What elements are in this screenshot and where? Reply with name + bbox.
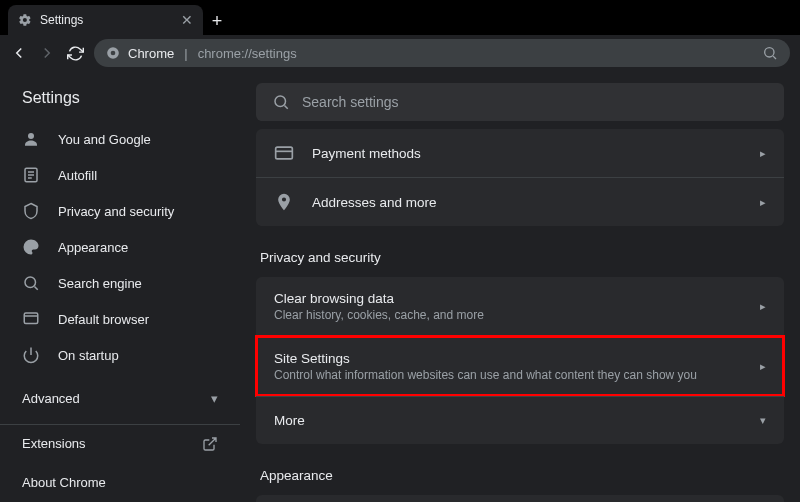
sidebar-about[interactable]: About Chrome xyxy=(0,463,240,502)
search-icon xyxy=(272,93,290,111)
chevron-right-icon: ▸ xyxy=(760,300,766,313)
chevron-right-icon: ▸ xyxy=(760,196,766,209)
row-themes[interactable]: Themes Just Black Reset to default xyxy=(256,495,784,502)
chevron-down-icon: ▾ xyxy=(211,391,218,406)
privacy-card: Clear browsing data Clear history, cooki… xyxy=(256,277,784,444)
chevron-right-icon: ▸ xyxy=(760,147,766,160)
sidebar-item-default-browser[interactable]: Default browser xyxy=(0,301,240,337)
shield-icon xyxy=(22,202,40,220)
new-tab-button[interactable]: + xyxy=(203,7,231,35)
palette-icon xyxy=(22,238,40,256)
chrome-icon xyxy=(106,46,120,60)
search-input[interactable] xyxy=(302,94,768,110)
forward-icon[interactable] xyxy=(38,44,56,62)
browser-icon xyxy=(22,310,40,328)
row-site-settings[interactable]: Site Settings Control what information w… xyxy=(256,336,784,396)
sidebar-item-privacy[interactable]: Privacy and security xyxy=(0,193,240,229)
svg-point-5 xyxy=(25,277,36,288)
autofill-card: Payment methods ▸ Addresses and more ▸ xyxy=(256,129,784,226)
row-payment-methods[interactable]: Payment methods ▸ xyxy=(256,129,784,177)
appearance-card: Themes Just Black Reset to default Show … xyxy=(256,495,784,502)
sidebar-item-on-startup[interactable]: On startup xyxy=(0,337,240,373)
power-icon xyxy=(22,346,40,364)
toolbar: Chrome | chrome://settings xyxy=(0,35,800,71)
chevron-down-icon: ▾ xyxy=(760,414,766,427)
chevron-right-icon: ▸ xyxy=(760,360,766,373)
back-icon[interactable] xyxy=(10,44,28,62)
svg-point-3 xyxy=(28,133,34,139)
omnibox-scheme: Chrome xyxy=(128,46,174,61)
sidebar: Settings You and Google Autofill Privacy… xyxy=(0,71,240,502)
sidebar-advanced[interactable]: Advanced ▾ xyxy=(0,379,240,418)
sidebar-extensions[interactable]: Extensions xyxy=(0,424,240,463)
location-icon xyxy=(274,192,294,212)
row-more-privacy[interactable]: More ▾ xyxy=(256,396,784,444)
gear-icon xyxy=(18,13,32,27)
svg-rect-6 xyxy=(24,313,38,324)
omnibox-search-icon[interactable] xyxy=(762,45,778,61)
sidebar-item-autofill[interactable]: Autofill xyxy=(0,157,240,193)
omnibox-url: chrome://settings xyxy=(198,46,297,61)
person-icon xyxy=(22,130,40,148)
svg-point-2 xyxy=(765,48,774,57)
search-icon xyxy=(22,274,40,292)
svg-point-7 xyxy=(275,96,286,107)
sidebar-item-search-engine[interactable]: Search engine xyxy=(0,265,240,301)
open-external-icon xyxy=(202,436,218,452)
settings-content: Payment methods ▸ Addresses and more ▸ P… xyxy=(240,71,800,502)
tab-strip: Settings ✕ + xyxy=(0,0,800,35)
sidebar-item-you-and-google[interactable]: You and Google xyxy=(0,121,240,157)
address-bar[interactable]: Chrome | chrome://settings xyxy=(94,39,790,67)
row-addresses[interactable]: Addresses and more ▸ xyxy=(256,177,784,226)
svg-rect-8 xyxy=(276,147,293,159)
sidebar-title: Settings xyxy=(0,71,240,121)
svg-point-1 xyxy=(111,51,116,56)
reload-icon[interactable] xyxy=(66,44,84,62)
close-icon[interactable]: ✕ xyxy=(181,12,193,28)
sidebar-item-appearance[interactable]: Appearance xyxy=(0,229,240,265)
autofill-icon xyxy=(22,166,40,184)
browser-tab[interactable]: Settings ✕ xyxy=(8,5,203,35)
search-settings-box[interactable] xyxy=(256,83,784,121)
row-clear-browsing-data[interactable]: Clear browsing data Clear history, cooki… xyxy=(256,277,784,336)
card-icon xyxy=(274,143,294,163)
section-privacy-heading: Privacy and security xyxy=(256,244,784,277)
section-appearance-heading: Appearance xyxy=(256,462,784,495)
tab-title: Settings xyxy=(40,13,173,27)
